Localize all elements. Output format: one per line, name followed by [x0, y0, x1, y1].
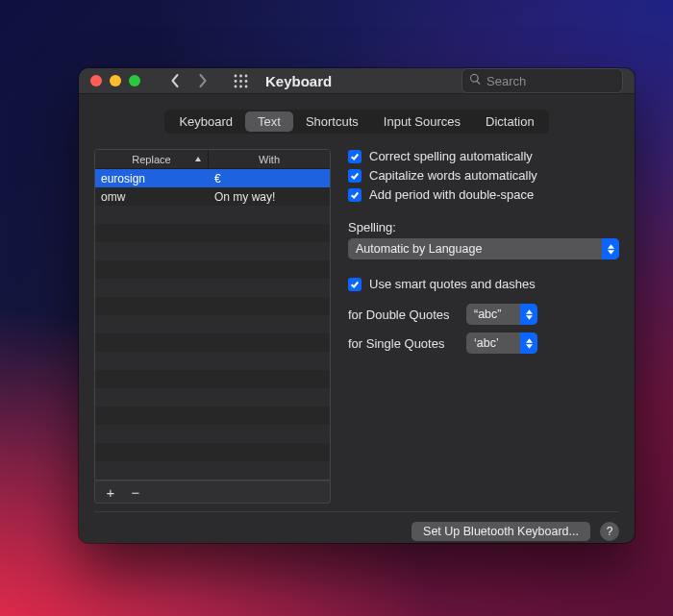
search-input[interactable] [486, 74, 615, 88]
single-quotes-label: for Single Quotes [348, 336, 459, 351]
svg-point-8 [244, 85, 247, 87]
table-row-empty [95, 461, 330, 480]
window-title: Keyboard [265, 73, 332, 89]
svg-point-6 [234, 85, 237, 87]
table-row-empty [95, 315, 330, 333]
tab-keyboard[interactable]: Keyboard [166, 111, 245, 132]
titlebar: Keyboard [79, 68, 635, 94]
select-arrows-icon [520, 304, 537, 325]
forward-button[interactable] [190, 69, 213, 92]
double-space-label: Add period with double-space [369, 187, 534, 202]
tab-strip: KeyboardTextShortcutsInput SourcesDictat… [164, 110, 548, 134]
text-replacement-panel: Replace With eurosign€omwOn my way! + − [94, 149, 331, 504]
svg-point-2 [244, 74, 247, 77]
double-quotes-row: for Double Quotes “abc” [348, 304, 619, 325]
table-row-empty [95, 224, 330, 242]
checkbox-checked-icon [348, 278, 361, 291]
nav-arrows [163, 69, 213, 92]
table-row-empty [95, 352, 330, 370]
remove-replacement-button[interactable]: − [126, 483, 145, 501]
tab-input-sources[interactable]: Input Sources [371, 111, 473, 132]
back-button[interactable] [163, 69, 187, 92]
smart-quotes-option[interactable]: Use smart quotes and dashes [348, 277, 619, 291]
double-quotes-label: for Double Quotes [348, 308, 459, 322]
table-row-empty [95, 206, 330, 224]
preferences-window: Keyboard KeyboardTextShortcutsInput Sour… [79, 68, 635, 543]
single-quotes-select[interactable]: ‘abc’ [466, 333, 537, 354]
table-row-empty [95, 242, 330, 260]
table-row[interactable]: eurosign€ [95, 169, 330, 187]
cell-replace: eurosign [95, 172, 209, 185]
svg-point-3 [234, 80, 237, 83]
bottom-bar: Set Up Bluetooth Keyboard... ? [94, 511, 619, 541]
cell-replace: omw [95, 190, 209, 204]
spelling-value: Automatic by Language [356, 242, 482, 256]
svg-point-4 [239, 80, 242, 83]
table-row-empty [95, 443, 330, 461]
traffic-lights [90, 75, 140, 86]
checkbox-checked-icon [348, 188, 361, 202]
tab-dictation[interactable]: Dictation [473, 111, 547, 132]
table-row-empty [95, 297, 330, 315]
column-header-replace[interactable]: Replace [95, 150, 209, 168]
select-arrows-icon [520, 333, 537, 354]
cell-with: On my way! [209, 190, 330, 204]
svg-point-5 [244, 80, 247, 83]
smart-quotes-label: Use smart quotes and dashes [369, 277, 536, 291]
spelling-select[interactable]: Automatic by Language [348, 238, 619, 259]
content-area: Replace With eurosign€omwOn my way! + − [94, 149, 619, 504]
single-quotes-row: for Single Quotes ‘abc’ [348, 333, 619, 354]
tab-text[interactable]: Text [245, 111, 293, 132]
tab-shortcuts[interactable]: Shortcuts [293, 111, 371, 132]
replacement-table: Replace With eurosign€omwOn my way! [94, 149, 331, 480]
double-quotes-select[interactable]: “abc” [466, 304, 537, 325]
column-header-replace-label: Replace [132, 154, 170, 165]
checkbox-checked-icon [348, 169, 361, 183]
table-footer: + − [94, 480, 331, 504]
table-row-empty [95, 388, 330, 407]
svg-point-1 [239, 74, 242, 77]
checkbox-checked-icon [348, 150, 361, 163]
add-replacement-button[interactable]: + [101, 483, 120, 501]
table-body: eurosign€omwOn my way! [95, 169, 330, 480]
spelling-label: Spelling: [348, 220, 619, 234]
correct-spelling-option[interactable]: Correct spelling automatically [348, 149, 619, 163]
window-body: KeyboardTextShortcutsInput SourcesDictat… [79, 94, 635, 543]
select-arrows-icon [602, 238, 619, 259]
svg-point-7 [239, 85, 242, 87]
close-window-button[interactable] [90, 75, 102, 86]
help-button[interactable]: ? [600, 522, 619, 541]
minimize-window-button[interactable] [110, 75, 121, 86]
table-row-empty [95, 333, 330, 352]
table-row-empty [95, 279, 330, 297]
svg-point-0 [234, 74, 237, 77]
table-row-empty [95, 260, 330, 279]
zoom-window-button[interactable] [129, 75, 140, 86]
cell-with: € [209, 172, 330, 185]
column-header-with-label: With [259, 154, 280, 165]
table-row-empty [95, 407, 330, 425]
show-all-prefs-button[interactable] [229, 69, 252, 92]
column-header-with[interactable]: With [209, 150, 330, 168]
capitalize-label: Capitalize words automatically [369, 168, 537, 183]
table-row-empty [95, 370, 330, 388]
capitalize-option[interactable]: Capitalize words automatically [348, 168, 619, 183]
table-header: Replace With [95, 150, 330, 169]
table-row-empty [95, 425, 330, 443]
search-field[interactable] [461, 68, 623, 93]
options-panel: Correct spelling automatically Capitaliz… [348, 149, 619, 504]
double-quotes-value: “abc” [474, 308, 501, 321]
search-icon [469, 73, 482, 88]
sort-ascending-icon [194, 154, 202, 165]
single-quotes-value: ‘abc’ [474, 336, 499, 350]
correct-spelling-label: Correct spelling automatically [369, 149, 533, 163]
double-space-period-option[interactable]: Add period with double-space [348, 187, 619, 202]
table-row[interactable]: omwOn my way! [95, 187, 330, 206]
bluetooth-keyboard-button[interactable]: Set Up Bluetooth Keyboard... [411, 522, 590, 541]
